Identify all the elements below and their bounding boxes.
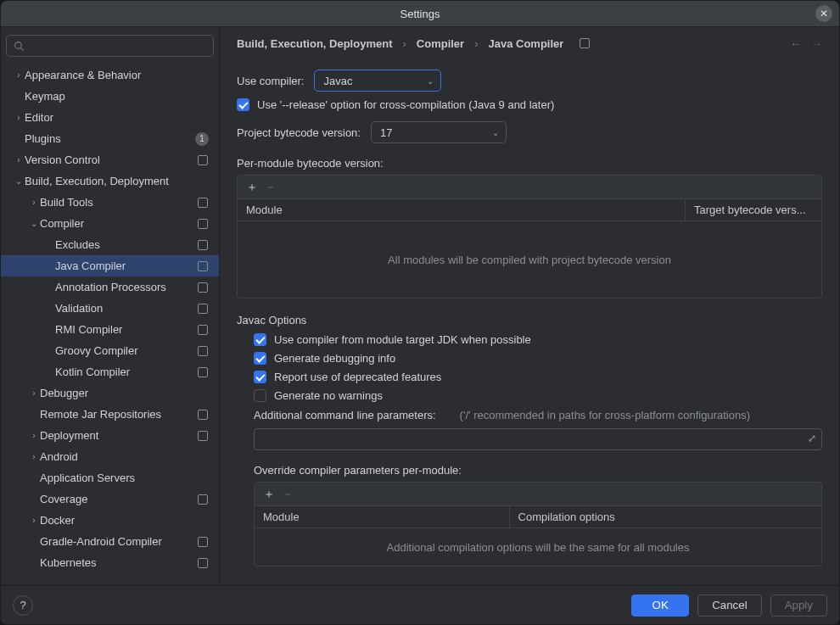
- tree-item[interactable]: Remote Jar Repositories: [1, 404, 219, 425]
- project-scope-icon: [579, 37, 591, 49]
- tree-item[interactable]: ›Editor: [1, 107, 219, 128]
- table-header: Module Target bytecode vers...: [238, 199, 821, 221]
- tree-item[interactable]: RMI Compiler: [1, 319, 219, 340]
- tree-item[interactable]: Kubernetes: [1, 552, 219, 573]
- cancel-button[interactable]: Cancel: [697, 594, 762, 617]
- tree-item[interactable]: ›Build Tools: [1, 192, 219, 213]
- tree-item[interactable]: Excludes: [1, 234, 219, 255]
- tree-item-label: Groovy Compiler: [55, 344, 192, 357]
- tree-item[interactable]: Coverage: [1, 488, 219, 510]
- tree-item[interactable]: ›Debugger: [1, 382, 219, 404]
- project-scope-icon: [197, 324, 209, 336]
- search-field[interactable]: [30, 39, 206, 53]
- tree-item[interactable]: Java Compiler: [1, 255, 219, 276]
- search-icon: [14, 41, 25, 52]
- project-scope-icon: [197, 536, 209, 548]
- chevron-right-icon[interactable]: ›: [28, 431, 40, 440]
- tree-item-label: Android: [40, 450, 209, 463]
- tree-item-label: Gradle-Android Compiler: [40, 535, 192, 548]
- tree-item[interactable]: ⌄Compiler: [1, 213, 219, 234]
- search-input[interactable]: [6, 35, 214, 57]
- tree-item[interactable]: ›Android: [1, 446, 219, 467]
- tree-item[interactable]: ›Deployment: [1, 425, 219, 446]
- tree-item[interactable]: Validation: [1, 298, 219, 319]
- tree-item-label: Deployment: [40, 429, 192, 442]
- tree-item-label: Java Compiler: [55, 259, 192, 272]
- tree-item[interactable]: Annotation Processors: [1, 276, 219, 298]
- column-module[interactable]: Module: [255, 506, 510, 527]
- body: ›Appearance & BehaviorKeymap›EditorPlugi…: [1, 26, 839, 585]
- column-compilation-options[interactable]: Compilation options: [510, 506, 821, 527]
- table-header: Module Compilation options: [255, 506, 821, 528]
- tree-item-label: Remote Jar Repositories: [40, 408, 192, 421]
- tree-item-label: Annotation Processors: [55, 281, 192, 293]
- tree-item[interactable]: ›Version Control: [1, 149, 219, 170]
- help-button[interactable]: ?: [13, 595, 33, 616]
- deprecated-checkbox[interactable]: Report use of deprecated features: [254, 371, 822, 383]
- tree-item-label: Plugins: [25, 132, 190, 145]
- add-button[interactable]: ＋: [263, 487, 275, 502]
- remove-button[interactable]: －: [282, 487, 294, 502]
- chevron-down-icon[interactable]: ⌄: [13, 176, 25, 186]
- chevron-right-icon[interactable]: ›: [13, 70, 25, 80]
- chevron-right-icon[interactable]: ›: [28, 198, 40, 207]
- tree-item[interactable]: Application Servers: [1, 467, 219, 488]
- tree-item-label: Docker: [40, 514, 209, 527]
- chevron-right-icon: ›: [402, 37, 406, 50]
- override-table: ＋ － Module Compilation options Additiona…: [254, 482, 822, 566]
- module-jdk-checkbox[interactable]: Use compiler from module target JDK when…: [254, 333, 822, 346]
- tree-item[interactable]: Keymap: [1, 86, 219, 107]
- chevron-down-icon: ⌄: [427, 76, 434, 86]
- breadcrumb-item[interactable]: Build, Execution, Deployment: [237, 37, 392, 50]
- column-module[interactable]: Module: [238, 199, 686, 220]
- tree-item[interactable]: Plugins1: [1, 128, 219, 149]
- chevron-down-icon[interactable]: ⌄: [28, 219, 40, 228]
- tree-item[interactable]: Groovy Compiler: [1, 340, 219, 361]
- tree-item[interactable]: Gradle-Android Compiler: [1, 531, 219, 552]
- close-button[interactable]: ✕: [815, 5, 832, 22]
- expand-icon[interactable]: ⤢: [808, 432, 816, 444]
- column-target-bytecode[interactable]: Target bytecode vers...: [686, 199, 821, 220]
- chevron-right-icon[interactable]: ›: [13, 113, 25, 122]
- tree-item[interactable]: ›Docker: [1, 510, 219, 531]
- nav-forward-button[interactable]: →: [811, 37, 822, 50]
- badge: 1: [195, 132, 209, 146]
- project-bytecode-select[interactable]: 17 ⌄: [371, 121, 507, 143]
- add-button[interactable]: ＋: [246, 180, 258, 195]
- project-scope-icon: [197, 218, 209, 230]
- tree-item-label: Compiler: [40, 217, 192, 230]
- remove-button[interactable]: －: [265, 180, 277, 195]
- use-compiler-select[interactable]: Javac ⌄: [314, 70, 441, 92]
- checkbox-icon: [254, 371, 266, 383]
- tree-item-label: Kotlin Compiler: [55, 366, 192, 378]
- release-option-checkbox[interactable]: Use '--release' option for cross-compila…: [237, 98, 822, 111]
- tree-item[interactable]: Kotlin Compiler: [1, 361, 219, 382]
- tree-item-label: Kubernetes: [40, 556, 192, 569]
- checkbox-label: Use '--release' option for cross-compila…: [257, 98, 554, 111]
- debug-info-checkbox[interactable]: Generate debugging info: [254, 352, 822, 365]
- chevron-right-icon[interactable]: ›: [28, 388, 40, 398]
- tree-item[interactable]: ›Appearance & Behavior: [1, 64, 219, 86]
- svg-line-1: [20, 47, 23, 50]
- no-warnings-checkbox[interactable]: Generate no warnings: [254, 389, 822, 402]
- project-scope-icon: [197, 366, 209, 378]
- project-scope-icon: [197, 494, 209, 505]
- nav-back-button[interactable]: ←: [790, 37, 801, 50]
- chevron-right-icon[interactable]: ›: [28, 516, 40, 525]
- addl-params-hint: ('/' recommended in paths for cross-plat…: [460, 409, 750, 421]
- chevron-down-icon: ⌄: [492, 128, 499, 137]
- chevron-right-icon[interactable]: ›: [28, 452, 40, 461]
- settings-tree[interactable]: ›Appearance & BehaviorKeymap›EditorPlugi…: [1, 64, 219, 585]
- tree-item-label: Excludes: [55, 238, 192, 251]
- apply-button[interactable]: Apply: [770, 594, 827, 617]
- chevron-right-icon[interactable]: ›: [13, 155, 25, 165]
- addl-params-input[interactable]: ⤢: [254, 428, 822, 450]
- tree-item[interactable]: ⌄Build, Execution, Deployment: [1, 170, 219, 192]
- checkbox-icon: [254, 389, 266, 402]
- project-bytecode-label: Project bytecode version:: [237, 126, 361, 139]
- ok-button[interactable]: OK: [631, 594, 689, 617]
- table-empty: Additional compilation options will be t…: [255, 528, 821, 566]
- javac-options-title: Javac Options: [237, 314, 822, 326]
- tree-item-label: Build, Execution, Deployment: [25, 175, 209, 187]
- breadcrumb-item[interactable]: Compiler: [417, 37, 464, 50]
